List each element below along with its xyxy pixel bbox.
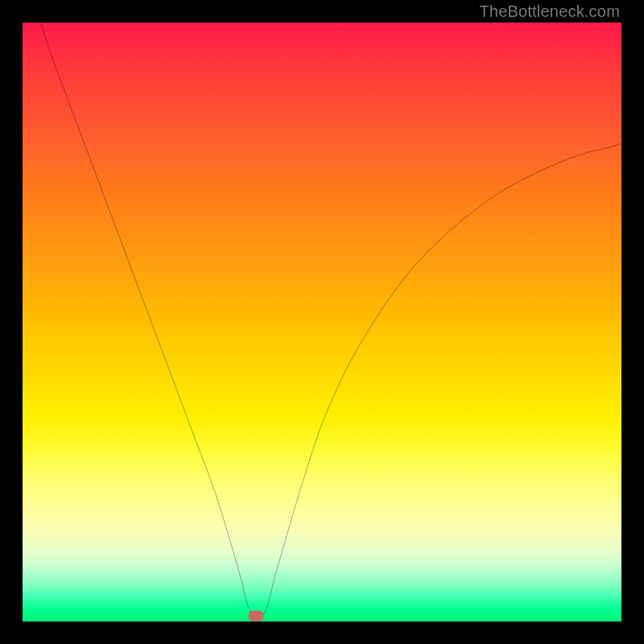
plot-area bbox=[23, 23, 621, 621]
chart-frame: TheBottleneck.com bbox=[0, 0, 644, 644]
optimal-point-marker bbox=[249, 610, 264, 621]
bottleneck-curve bbox=[23, 23, 621, 621]
attribution-label: TheBottleneck.com bbox=[479, 2, 620, 21]
